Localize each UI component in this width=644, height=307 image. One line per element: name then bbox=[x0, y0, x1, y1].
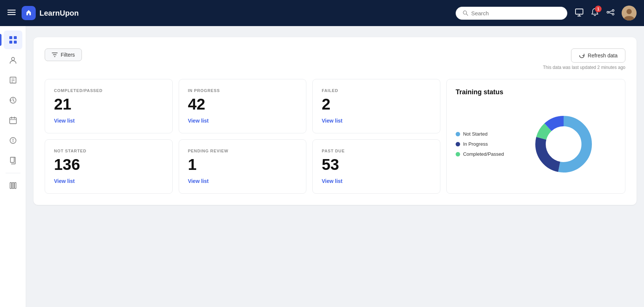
svg-point-39 bbox=[547, 128, 580, 161]
user-avatar[interactable] bbox=[622, 6, 637, 20]
stat-link-in-progress[interactable]: View list bbox=[188, 118, 209, 124]
sidebar-item-library[interactable] bbox=[4, 176, 22, 195]
sidebar-item-reports[interactable] bbox=[4, 131, 22, 150]
stat-label-in-progress: IN PROGRESS bbox=[188, 88, 297, 93]
training-status-card: Training status Not Started In Progress bbox=[446, 79, 625, 194]
refresh-button[interactable]: Refresh data bbox=[571, 48, 625, 63]
stat-value-failed: 2 bbox=[322, 96, 431, 112]
legend-label-completed: Completed/Passed bbox=[463, 151, 504, 157]
sidebar-item-history[interactable] bbox=[4, 91, 22, 110]
stat-link-failed[interactable]: View list bbox=[322, 118, 342, 124]
search-icon bbox=[463, 10, 468, 16]
navbar-actions: 1 bbox=[575, 6, 637, 20]
svg-rect-33 bbox=[12, 183, 14, 189]
svg-rect-18 bbox=[14, 41, 17, 44]
svg-point-19 bbox=[12, 57, 15, 60]
toolbar: Filters Refresh data This data was last … bbox=[45, 48, 625, 70]
notification-badge: 1 bbox=[595, 6, 602, 12]
logo-text: LearnUpon bbox=[39, 9, 79, 18]
sidebar-divider bbox=[6, 173, 20, 173]
stat-label-failed: FAILED bbox=[322, 88, 431, 93]
refresh-icon bbox=[579, 53, 585, 58]
refresh-area: Refresh data This data was last updated … bbox=[543, 48, 625, 70]
stat-link-completed[interactable]: View list bbox=[54, 118, 75, 124]
stat-value-completed: 21 bbox=[54, 96, 163, 112]
donut-chart bbox=[511, 111, 616, 178]
svg-point-8 bbox=[607, 11, 609, 13]
stat-card-past-due: PAST DUE 53 View list bbox=[312, 139, 440, 194]
stats-grid: COMPLETED/PASSED 21 View list IN PROGRES… bbox=[45, 79, 625, 194]
last-updated-text: This data was last updated 2 minutes ago bbox=[543, 65, 625, 70]
navbar: LearnUpon 1 bbox=[0, 0, 644, 26]
stat-label-not-started: NOT STARTED bbox=[54, 149, 163, 153]
legend-dot-completed bbox=[456, 152, 460, 156]
stat-card-failed: FAILED 2 View list bbox=[312, 79, 440, 133]
svg-point-10 bbox=[612, 13, 614, 15]
legend-dot-in-progress bbox=[456, 142, 460, 146]
stat-value-past-due: 53 bbox=[322, 157, 431, 173]
stat-card-not-started: NOT STARTED 136 View list bbox=[45, 139, 173, 194]
stat-card-completed: COMPLETED/PASSED 21 View list bbox=[45, 79, 173, 133]
svg-rect-15 bbox=[9, 36, 12, 39]
legend-item-not-started: Not Started bbox=[456, 131, 504, 137]
filter-icon bbox=[52, 52, 58, 58]
connections-icon[interactable] bbox=[606, 8, 615, 19]
presentation-icon[interactable] bbox=[575, 8, 584, 19]
stat-label-completed: COMPLETED/PASSED bbox=[54, 88, 163, 93]
svg-point-30 bbox=[12, 141, 13, 142]
logo[interactable]: LearnUpon bbox=[22, 6, 79, 20]
main-content: Filters Refresh data This data was last … bbox=[26, 26, 644, 307]
svg-line-12 bbox=[609, 13, 612, 14]
stat-value-in-progress: 42 bbox=[188, 96, 297, 112]
logo-icon bbox=[22, 6, 36, 20]
search-bar[interactable] bbox=[456, 7, 567, 20]
legend-label-not-started: Not Started bbox=[463, 131, 488, 137]
sidebar-item-dashboard[interactable] bbox=[4, 31, 22, 49]
svg-point-14 bbox=[627, 9, 632, 14]
svg-rect-17 bbox=[9, 41, 12, 44]
stat-card-pending-review: PENDING REVIEW 1 View list bbox=[179, 139, 307, 194]
dashboard-container: Filters Refresh data This data was last … bbox=[34, 37, 637, 205]
sidebar bbox=[0, 26, 26, 307]
stat-card-in-progress: IN PROGRESS 42 View list bbox=[179, 79, 307, 133]
stat-link-pending-review[interactable]: View list bbox=[188, 178, 209, 184]
filters-label: Filters bbox=[61, 52, 75, 58]
svg-rect-1 bbox=[7, 12, 16, 13]
filters-button[interactable]: Filters bbox=[45, 48, 82, 61]
sidebar-item-courses[interactable] bbox=[4, 71, 22, 89]
legend-label-in-progress: In Progress bbox=[463, 141, 488, 147]
svg-rect-31 bbox=[10, 157, 14, 162]
notifications-icon[interactable]: 1 bbox=[590, 8, 599, 19]
svg-rect-34 bbox=[15, 183, 16, 189]
stat-value-not-started: 136 bbox=[54, 157, 163, 173]
menu-icon[interactable] bbox=[7, 8, 16, 18]
stat-label-past-due: PAST DUE bbox=[322, 149, 431, 153]
stat-link-not-started[interactable]: View list bbox=[54, 178, 75, 184]
legend-item-in-progress: In Progress bbox=[456, 141, 504, 147]
svg-line-11 bbox=[609, 11, 612, 12]
svg-rect-16 bbox=[14, 36, 17, 39]
svg-rect-32 bbox=[10, 183, 12, 189]
svg-line-4 bbox=[466, 14, 468, 15]
sidebar-item-content[interactable] bbox=[4, 151, 22, 170]
legend-dot-not-started bbox=[456, 132, 460, 136]
sidebar-item-calendar[interactable] bbox=[4, 111, 22, 130]
legend-item-completed: Completed/Passed bbox=[456, 151, 504, 157]
refresh-label: Refresh data bbox=[588, 53, 618, 58]
sidebar-item-users[interactable] bbox=[4, 51, 22, 69]
svg-point-9 bbox=[612, 9, 614, 11]
training-status-title: Training status bbox=[456, 88, 616, 96]
stat-link-past-due[interactable]: View list bbox=[322, 178, 342, 184]
svg-rect-24 bbox=[10, 118, 16, 124]
training-status-content: Not Started In Progress Completed/Passed bbox=[456, 104, 616, 184]
svg-rect-2 bbox=[7, 14, 16, 15]
stat-label-pending-review: PENDING REVIEW bbox=[188, 149, 297, 153]
svg-rect-0 bbox=[7, 10, 16, 10]
stat-value-pending-review: 1 bbox=[188, 157, 297, 173]
training-status-legend: Not Started In Progress Completed/Passed bbox=[456, 131, 504, 157]
search-input[interactable] bbox=[471, 10, 560, 16]
svg-rect-5 bbox=[576, 9, 583, 14]
